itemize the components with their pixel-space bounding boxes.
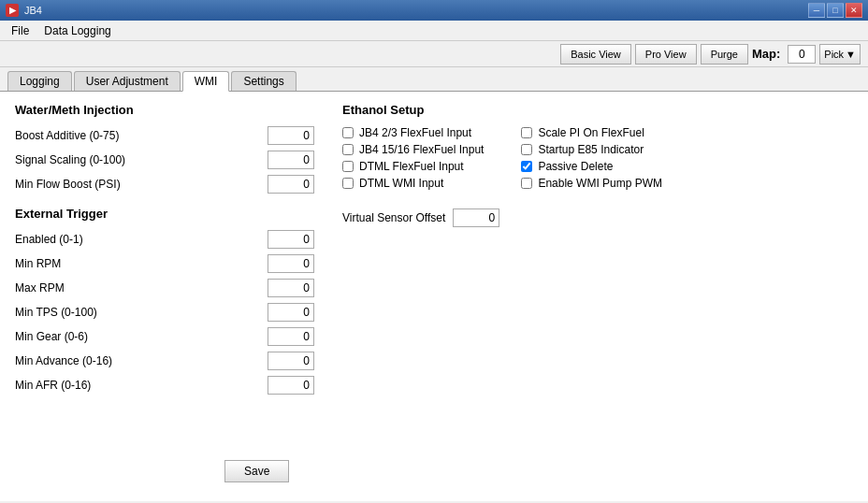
virtual-sensor-row: Virtual Sensor Offset (342, 208, 853, 227)
save-area: Save (224, 460, 289, 482)
boost-additive-input[interactable] (268, 126, 314, 145)
scale-pi-row: Scale PI On FlexFuel (521, 126, 662, 139)
jb4-23-flexfuel-row: JB4 2/3 FlexFuel Input (342, 126, 484, 139)
pick-chevron-icon: ▼ (846, 49, 856, 60)
enable-wmi-pump-row: Enable WMI Pump PWM (521, 177, 662, 190)
scale-pi-label: Scale PI On FlexFuel (538, 126, 644, 139)
startup-e85-checkbox[interactable] (521, 144, 532, 155)
min-rpm-row: Min RPM (15, 254, 314, 273)
min-gear-input[interactable] (268, 327, 314, 346)
min-rpm-label: Min RPM (15, 257, 260, 270)
window-controls: ─ □ ✕ (808, 3, 862, 18)
restore-button[interactable]: □ (827, 3, 844, 18)
boost-additive-row: Boost Additive (0-75) (15, 126, 314, 145)
toolbar: Basic View Pro View Purge Map: Pick ▼ (0, 41, 868, 67)
enable-wmi-pump-label: Enable WMI Pump PWM (538, 177, 662, 190)
signal-scaling-row: Signal Scaling (0-100) (15, 151, 314, 169)
startup-e85-row: Startup E85 Indicator (521, 143, 662, 156)
ethanol-right-checkboxes: Scale PI On FlexFuel Startup E85 Indicat… (521, 126, 662, 194)
dtml-wmi-checkbox[interactable] (342, 178, 354, 189)
water-meth-title: Water/Meth Injection (15, 103, 314, 117)
dtml-wmi-label: DTML WMI Input (359, 177, 443, 190)
tab-bar: Logging User Adjustment WMI Settings (0, 67, 868, 92)
title-bar: ▶ JB4 ─ □ ✕ (0, 0, 868, 21)
min-advance-input[interactable] (268, 352, 314, 370)
min-flow-boost-label: Min Flow Boost (PSI) (15, 178, 260, 191)
passive-delete-label: Passive Delete (538, 160, 613, 173)
enabled-input[interactable] (268, 230, 314, 249)
tab-logging[interactable]: Logging (7, 71, 72, 91)
max-rpm-row: Max RPM (15, 279, 314, 297)
dtml-wmi-row: DTML WMI Input (342, 177, 484, 190)
dtml-flexfuel-checkbox[interactable] (342, 161, 354, 172)
tab-settings[interactable]: Settings (231, 71, 296, 91)
main-content: Water/Meth Injection Boost Additive (0-7… (0, 92, 868, 501)
pick-label: Pick (824, 49, 844, 60)
boost-additive-label: Boost Additive (0-75) (15, 129, 260, 142)
enable-wmi-pump-checkbox[interactable] (521, 178, 532, 189)
external-trigger-title: External Trigger (15, 207, 314, 221)
ethanol-setup-title: Ethanol Setup (342, 103, 853, 117)
map-label: Map: (752, 47, 780, 61)
scale-pi-checkbox[interactable] (521, 127, 532, 138)
ethanol-left-checkboxes: JB4 2/3 FlexFuel Input JB4 15/16 FlexFue… (342, 126, 484, 194)
menu-file[interactable]: File (4, 22, 36, 39)
basic-view-button[interactable]: Basic View (560, 44, 631, 65)
dtml-flexfuel-label: DTML FlexFuel Input (359, 160, 464, 173)
max-rpm-input[interactable] (268, 279, 314, 297)
min-tps-input[interactable] (268, 303, 314, 322)
min-afr-label: Min AFR (0-16) (15, 379, 260, 392)
save-button[interactable]: Save (224, 460, 289, 482)
min-advance-label: Min Advance (0-16) (15, 354, 260, 367)
menu-data-logging[interactable]: Data Logging (36, 22, 118, 39)
min-gear-label: Min Gear (0-6) (15, 330, 260, 343)
minimize-button[interactable]: ─ (808, 3, 825, 18)
virtual-sensor-input[interactable] (453, 208, 499, 227)
passive-delete-row: Passive Delete (521, 160, 662, 173)
jb4-1516-flexfuel-label: JB4 15/16 FlexFuel Input (359, 143, 484, 156)
virtual-sensor-label: Virtual Sensor Offset (342, 211, 445, 224)
dtml-flexfuel-row: DTML FlexFuel Input (342, 160, 484, 173)
jb4-23-flexfuel-checkbox[interactable] (342, 127, 354, 138)
min-afr-input[interactable] (268, 376, 314, 395)
menu-bar: File Data Logging (0, 21, 868, 41)
left-column: Water/Meth Injection Boost Additive (0-7… (15, 103, 314, 400)
right-column: Ethanol Setup JB4 2/3 FlexFuel Input JB4… (342, 103, 853, 400)
tab-user-adjustment[interactable]: User Adjustment (74, 71, 181, 91)
app-icon: ▶ (6, 4, 19, 17)
pick-button[interactable]: Pick ▼ (819, 44, 861, 65)
enabled-row: Enabled (0-1) (15, 230, 314, 249)
min-gear-row: Min Gear (0-6) (15, 327, 314, 346)
min-afr-row: Min AFR (0-16) (15, 376, 314, 395)
purge-button[interactable]: Purge (701, 44, 748, 65)
passive-delete-checkbox[interactable] (521, 161, 532, 172)
map-input[interactable] (788, 45, 816, 64)
external-trigger-section: External Trigger Enabled (0-1) Min RPM M… (15, 207, 314, 395)
signal-scaling-input[interactable] (268, 151, 314, 169)
min-tps-label: Min TPS (0-100) (15, 306, 260, 319)
signal-scaling-label: Signal Scaling (0-100) (15, 153, 260, 166)
min-advance-row: Min Advance (0-16) (15, 352, 314, 370)
jb4-23-flexfuel-label: JB4 2/3 FlexFuel Input (359, 126, 471, 139)
close-button[interactable]: ✕ (846, 3, 862, 18)
tab-wmi[interactable]: WMI (182, 71, 230, 92)
jb4-1516-flexfuel-checkbox[interactable] (342, 144, 354, 155)
pro-view-button[interactable]: Pro View (635, 44, 697, 65)
startup-e85-label: Startup E85 Indicator (538, 143, 644, 156)
window-title: JB4 (24, 5, 808, 16)
enabled-label: Enabled (0-1) (15, 233, 260, 246)
min-tps-row: Min TPS (0-100) (15, 303, 314, 322)
max-rpm-label: Max RPM (15, 281, 260, 295)
min-flow-boost-row: Min Flow Boost (PSI) (15, 175, 314, 194)
jb4-1516-flexfuel-row: JB4 15/16 FlexFuel Input (342, 143, 484, 156)
min-flow-boost-input[interactable] (268, 175, 314, 194)
ethanol-checkboxes: JB4 2/3 FlexFuel Input JB4 15/16 FlexFue… (342, 126, 853, 194)
min-rpm-input[interactable] (268, 254, 314, 273)
